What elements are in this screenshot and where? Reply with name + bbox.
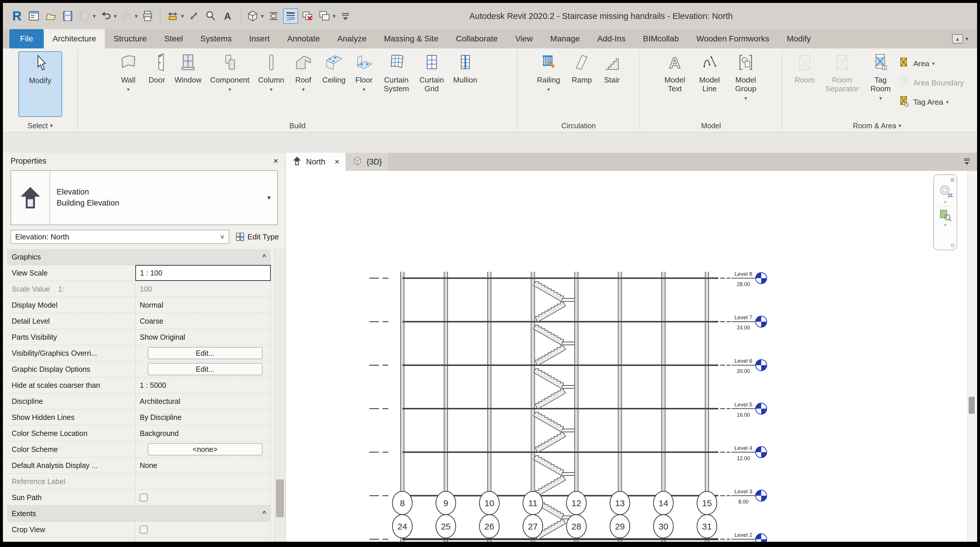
- customize-qat-icon[interactable]: [338, 8, 353, 24]
- tab-modify[interactable]: Modify: [778, 29, 819, 48]
- properties-close-icon[interactable]: ×: [271, 156, 281, 166]
- view-tab-north[interactable]: North×: [286, 153, 346, 171]
- property-value[interactable]: None: [135, 458, 271, 473]
- tab-add-ins[interactable]: Add-Ins: [589, 29, 634, 48]
- default-3d-view-dropdown-icon[interactable]: ▾: [261, 13, 264, 19]
- text-icon[interactable]: A: [220, 8, 235, 24]
- crop-view-checkbox[interactable]: [140, 526, 148, 534]
- column-dropdown-icon[interactable]: ▾: [270, 86, 272, 93]
- panel-label-circulation[interactable]: Circulation: [517, 119, 640, 132]
- property-value[interactable]: Normal: [135, 297, 271, 313]
- panel-label-room-area[interactable]: Room & Area▾: [783, 119, 972, 132]
- property-value[interactable]: By Discipline: [135, 409, 271, 425]
- properties-scrollbar-thumb[interactable]: [276, 479, 284, 517]
- tab-manage[interactable]: Manage: [541, 29, 589, 48]
- level-tag-level-5[interactable]: Level 516.00: [734, 401, 767, 418]
- model-group-dropdown-icon[interactable]: ▾: [744, 95, 747, 101]
- redo-dropdown-icon[interactable]: ▾: [135, 13, 138, 19]
- tab-systems[interactable]: Systems: [192, 29, 240, 48]
- view-tab-3d[interactable]: {3D}: [346, 153, 389, 171]
- grid-bubble-13[interactable]: 13: [610, 491, 630, 515]
- grid-bubble-11[interactable]: 11: [523, 491, 542, 515]
- tab-architecture[interactable]: Architecture: [44, 29, 105, 48]
- modify-button[interactable]: Modify: [18, 51, 62, 117]
- grid-bubble-12[interactable]: 12: [566, 491, 586, 515]
- redo-icon[interactable]: [119, 8, 134, 24]
- default-3d-view-icon[interactable]: [245, 8, 260, 24]
- level-tag-level-7[interactable]: Level 724.00: [734, 314, 767, 331]
- grid-bubble-27[interactable]: 27: [523, 515, 542, 538]
- navbar-close-icon[interactable]: ⊗: [950, 176, 955, 183]
- level-tag-level-8[interactable]: Level 828.00: [734, 271, 767, 287]
- property-value[interactable]: [135, 537, 271, 542]
- ceiling-button[interactable]: Ceiling: [318, 51, 350, 117]
- window-button[interactable]: Window: [171, 51, 205, 117]
- synchronize-dropdown-icon[interactable]: ▾: [93, 13, 96, 19]
- section-collapse-icon[interactable]: ^: [262, 253, 266, 261]
- steering-wheel-dropdown-icon[interactable]: ▾: [944, 200, 947, 205]
- elevation-drawing[interactable]: Level 828.00Level 724.00Level 620.00Leve…: [286, 171, 977, 542]
- property-value[interactable]: Show Original: [135, 329, 271, 345]
- open-icon[interactable]: [43, 8, 58, 24]
- property-value[interactable]: [135, 490, 271, 505]
- tab-bimcollab[interactable]: BIMcollab: [634, 29, 688, 48]
- zoom-region-icon[interactable]: [939, 208, 952, 222]
- property-value[interactable]: Architectural: [135, 393, 271, 409]
- undo-icon[interactable]: [98, 8, 113, 24]
- grid-bubble-24[interactable]: 24: [392, 515, 412, 538]
- grid-bubble-8[interactable]: 8: [392, 491, 412, 515]
- grid-bubble-25[interactable]: 25: [436, 515, 456, 538]
- grid-bubble-28[interactable]: 28: [566, 515, 586, 538]
- grid-bubble-30[interactable]: 30: [654, 515, 673, 538]
- grid-bubble-31[interactable]: 31: [697, 515, 717, 538]
- model-text-button[interactable]: AModelText: [658, 51, 692, 117]
- property-value[interactable]: 1 : 5000: [135, 377, 271, 393]
- visibility-graphics-overri-button[interactable]: Edit...: [148, 347, 262, 359]
- component-dropdown-icon[interactable]: ▾: [228, 86, 231, 93]
- level-tag-level-6[interactable]: Level 620.00: [734, 358, 767, 374]
- property-value[interactable]: Background: [135, 425, 271, 441]
- door-button[interactable]: Door: [144, 51, 170, 117]
- section-collapse-icon[interactable]: ^: [262, 510, 266, 517]
- view-north-canvas[interactable]: Level 828.00Level 724.00Level 620.00Leve…: [286, 171, 977, 542]
- roof-button[interactable]: Roof▾: [290, 51, 317, 117]
- curtain-system-button[interactable]: CurtainSystem: [379, 51, 414, 117]
- tab-steel[interactable]: Steel: [156, 29, 192, 48]
- section-header-extents[interactable]: Extents^: [7, 506, 271, 522]
- column-button[interactable]: Column▾: [255, 51, 288, 117]
- view-tab-close-icon[interactable]: ×: [335, 157, 339, 166]
- undo-dropdown-icon[interactable]: ▾: [114, 13, 117, 19]
- roof-dropdown-icon[interactable]: ▾: [302, 86, 305, 93]
- navbar-options-icon[interactable]: ⊖: [951, 242, 955, 249]
- level-tag-level-2[interactable]: Level 24.00: [734, 532, 767, 542]
- section-header-graphics[interactable]: Graphics^: [7, 249, 271, 265]
- floor-dropdown-icon[interactable]: ▾: [363, 86, 365, 93]
- property-value[interactable]: [135, 474, 271, 489]
- panel-label-model[interactable]: Model: [640, 119, 782, 132]
- edit-type-button[interactable]: Edit Type: [234, 231, 281, 243]
- tab-view[interactable]: View: [506, 29, 541, 48]
- ramp-button[interactable]: Ramp: [566, 51, 597, 117]
- panel-label-select[interactable]: Select▾: [3, 119, 77, 132]
- ribbon-collapse-control[interactable]: ▴ ▾: [952, 29, 968, 48]
- measure-dropdown-icon[interactable]: ▾: [181, 13, 184, 19]
- crop-region-visible-checkbox[interactable]: [140, 542, 148, 542]
- tab-wooden-formworks[interactable]: Wooden Formworks: [688, 29, 778, 48]
- tab-structure[interactable]: Structure: [105, 29, 156, 48]
- model-line-button[interactable]: ModelLine: [693, 51, 726, 117]
- properties-scrollbar[interactable]: [274, 249, 285, 542]
- type-selector[interactable]: Elevation Building Elevation ▾: [11, 170, 278, 225]
- property-value[interactable]: 1 : 100: [135, 265, 271, 281]
- graphic-display-options-button[interactable]: Edit...: [148, 363, 262, 375]
- mullion-button[interactable]: Mullion: [449, 51, 481, 117]
- view-list-button[interactable]: [962, 153, 977, 171]
- ribbon-collapse-dropdown-icon[interactable]: ▾: [966, 35, 968, 42]
- steering-wheel-2d-icon[interactable]: 2D: [938, 184, 953, 199]
- area-dropdown-icon[interactable]: ▾: [932, 61, 935, 67]
- area-button[interactable]: Area▾: [897, 55, 964, 72]
- curtain-grid-button[interactable]: CurtainGrid: [415, 51, 448, 117]
- tag-area-button[interactable]: Tag Area▾: [897, 94, 964, 110]
- property-value[interactable]: 100: [135, 281, 271, 297]
- revit-logo[interactable]: R: [10, 8, 24, 24]
- color-scheme-button[interactable]: <none>: [148, 443, 262, 455]
